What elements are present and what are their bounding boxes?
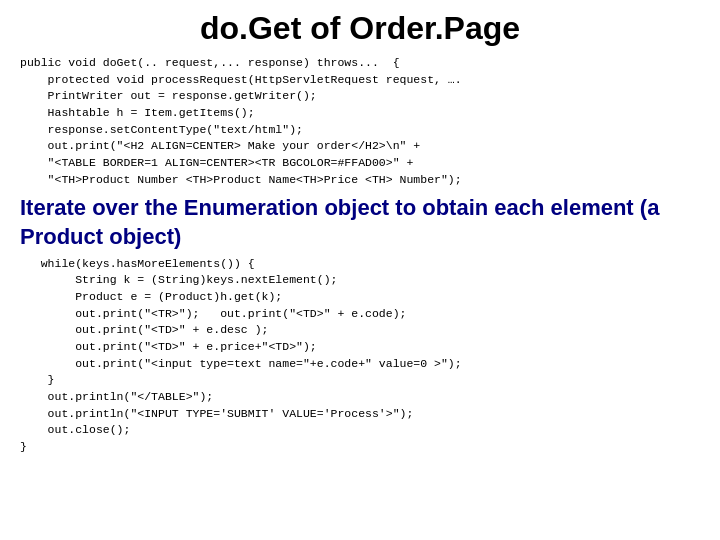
lower-code-block: while(keys.hasMoreElements()) { String k… xyxy=(20,256,700,456)
slide-container: do.Get of Order.Page public void doGet(.… xyxy=(0,0,720,540)
slide-title: do.Get of Order.Page xyxy=(200,10,520,47)
upper-code-block: public void doGet(.. request,... respons… xyxy=(20,55,700,188)
highlight-text: Iterate over the Enumeration object to o… xyxy=(20,194,700,251)
